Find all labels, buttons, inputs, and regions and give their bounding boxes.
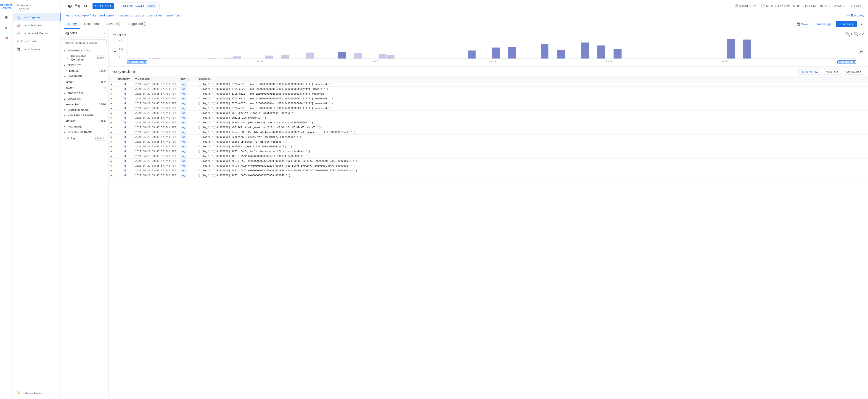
histogram-nav-left[interactable]: ◀ bbox=[113, 49, 118, 54]
row-expand[interactable]: ▶ bbox=[111, 102, 116, 105]
row-expand[interactable]: ▶ bbox=[111, 97, 116, 100]
row-expand[interactable]: ▶ bbox=[111, 150, 116, 153]
top-header: Logs Explorer OPTIONS ▾ ◎ REFINE SCOPE P… bbox=[61, 0, 868, 12]
table-row[interactable]: ▶ 2021-06-29 08:45:57.741 PDT log { "log… bbox=[109, 134, 868, 140]
row-expand[interactable]: ▶ bbox=[111, 145, 116, 148]
page-layout-button[interactable]: ⊞ PAGE LAYOUT bbox=[818, 3, 846, 9]
query-text[interactable]: resource.type="k8s_container" resource.l… bbox=[64, 14, 847, 17]
section-log-name[interactable]: ▲ LOG NAME bbox=[61, 73, 108, 79]
section-pod-name[interactable]: ▼ POD NAME bbox=[61, 124, 108, 129]
row-expand[interactable]: ▶ bbox=[111, 88, 116, 90]
table-row[interactable]: ▶ 2021-06-29 08:45:57.743 PDT log { "log… bbox=[109, 168, 868, 173]
sidebar-item-logs-explorer[interactable]: 🔍 Logs Explorer bbox=[13, 13, 61, 21]
table-row[interactable]: ▶ 2021-06-29 08:45:57.742 PDT log { "log… bbox=[109, 140, 868, 144]
options-button[interactable]: OPTIONS ▾ bbox=[93, 3, 114, 9]
section-cluster-name[interactable]: ▼ CLUSTER NAME bbox=[61, 107, 108, 113]
configure-button[interactable]: Configure ▾ bbox=[843, 68, 864, 75]
sidebar-menu-icon[interactable]: ☰ bbox=[2, 13, 11, 22]
row-expand[interactable]: ▶ bbox=[111, 83, 116, 86]
table-row[interactable]: ▶ 2021-06-29 08:45:57.741 PDT log { "log… bbox=[109, 120, 868, 125]
close-log-fields-button[interactable]: ✕ bbox=[103, 32, 106, 35]
row-expand[interactable]: ▶ bbox=[111, 169, 116, 172]
refine-scope-button[interactable]: ◎ REFINE SCOPE Project bbox=[117, 2, 160, 9]
row-severity bbox=[117, 150, 133, 152]
severity-default[interactable]: ● Default 1,826 bbox=[61, 68, 108, 73]
row-expand[interactable]: ▶ bbox=[111, 107, 116, 110]
section-project-id[interactable]: ▼ PROJECT ID bbox=[61, 91, 108, 96]
tab-query[interactable]: Query bbox=[64, 19, 81, 29]
table-row[interactable]: ▶ 2021-06-29 08:45:57.739 PDT log { "log… bbox=[109, 91, 868, 96]
section-resource-type[interactable]: ▲ RESOURCE TYPE bbox=[61, 48, 108, 53]
row-expand[interactable]: ▶ bbox=[111, 112, 116, 114]
row-expand[interactable]: ▶ bbox=[111, 121, 116, 124]
actions-button[interactable]: Actions ▾ bbox=[823, 68, 841, 75]
zoom-in-button[interactable]: 🔍+ bbox=[845, 32, 853, 37]
col-pdt[interactable]: PDT ▼ bbox=[181, 78, 196, 81]
date-range-display[interactable]: 🕐 6/24/21, 12:41 PM - 6/30/21, 1:41 PM bbox=[761, 4, 816, 7]
table-row[interactable]: ▶ 2021-06-29 08:45:57.741 PDT log { "log… bbox=[109, 125, 868, 130]
expand-results-button[interactable]: ⊞ bbox=[133, 70, 136, 73]
tab-saved[interactable]: Saved (0) bbox=[102, 19, 124, 29]
tab-suggested[interactable]: Suggested (0) bbox=[124, 19, 151, 29]
sidebar-item-logs-dashboard[interactable]: 📊 Logs Dashboard bbox=[13, 21, 61, 29]
table-row[interactable]: ▶ 2021-06-29 08:45:57.743 PDT log { "log… bbox=[109, 159, 868, 163]
table-row[interactable]: ▶ 2021-06-29 08:45:57.740 PDT log { "log… bbox=[109, 96, 868, 101]
jump-to-now-button[interactable]: Jump to now bbox=[798, 68, 821, 75]
sidebar-item-logs-metrics[interactable]: 📈 Logs-based Metrics bbox=[13, 29, 61, 37]
table-row[interactable]: ▶ 2021-06-29 08:45:57.742 PDT log { "log… bbox=[109, 154, 868, 159]
histogram-bar bbox=[614, 49, 621, 59]
row-expand[interactable]: ▶ bbox=[111, 164, 116, 167]
log-name-stderr[interactable]: stderr 4 bbox=[61, 85, 108, 91]
sidebar-chart-icon[interactable]: 📊 bbox=[2, 33, 11, 42]
resource-type-kubernetes[interactable]: ✓ Kubernetes Container true ✕ bbox=[61, 53, 108, 62]
table-row[interactable]: ▶ 2021-06-29 08:45:57.743 PDT log { "log… bbox=[109, 173, 868, 178]
sidebar-item-release-notes[interactable]: 📝 Release Notes bbox=[13, 389, 61, 397]
table-row[interactable]: ▶ 2021-06-29 08:45:57.741 PDT log { "log… bbox=[109, 130, 868, 134]
share-link-button[interactable]: 🔗 SHARE LINK bbox=[733, 3, 758, 9]
zoom-out-button[interactable]: 🔍- bbox=[854, 32, 860, 37]
sidebar-item-logs-router[interactable]: ↗ Logs Router bbox=[13, 37, 61, 45]
row-expand[interactable]: ▶ bbox=[111, 155, 116, 157]
tab-recent[interactable]: Recent (6) bbox=[81, 19, 102, 29]
more-options-button[interactable]: ▾ bbox=[859, 21, 864, 27]
section-severity[interactable]: ▲ SEVERITY bbox=[61, 62, 108, 68]
clear-resource-type-button[interactable]: true ✕ bbox=[96, 56, 106, 60]
row-expand[interactable]: ▶ bbox=[111, 136, 116, 138]
stream-logs-button[interactable]: Stream logs bbox=[813, 21, 834, 27]
row-expand[interactable]: ▶ bbox=[111, 131, 116, 133]
run-query-button[interactable]: Run query bbox=[836, 21, 857, 27]
row-expand[interactable]: ▶ bbox=[111, 160, 116, 162]
edit-query-button[interactable]: ✏ Edit query bbox=[847, 14, 864, 17]
close-histogram-button[interactable]: ✕ bbox=[861, 32, 864, 37]
row-expand[interactable]: ▶ bbox=[111, 93, 116, 95]
table-row[interactable]: ▶ 2021-06-29 08:45:57.740 PDT log { "log… bbox=[109, 101, 868, 106]
table-row[interactable]: ▶ 2021-06-29 08:45:57.743 PDT log { "log… bbox=[109, 163, 868, 168]
histogram-nav-right[interactable]: ▶ bbox=[859, 49, 864, 54]
table-row[interactable]: ▶ 2021-06-29 08:45:57.740 PDT log { "log… bbox=[109, 115, 868, 120]
row-expand[interactable]: ▶ bbox=[111, 174, 116, 177]
namespace-default[interactable]: default 1,826 bbox=[61, 118, 108, 124]
table-row[interactable]: ▶ 2021-06-29 08:45:57.742 PDT log { "log… bbox=[109, 149, 868, 154]
histogram-bar bbox=[597, 45, 605, 59]
date-jun26: Jun 26 bbox=[256, 60, 264, 64]
search-fields-input[interactable] bbox=[63, 39, 107, 46]
save-button[interactable]: 💾 Save bbox=[794, 21, 811, 27]
section-namespace-name[interactable]: ▲ NAMESPACE NAME bbox=[61, 113, 108, 118]
table-row[interactable]: ▶ 2021-06-29 08:45:57.740 PDT log { "log… bbox=[109, 106, 868, 111]
table-row[interactable]: ▶ 2021-06-29 08:45:57.740 PDT log { "log… bbox=[109, 111, 868, 115]
log-name-stdout[interactable]: stdout 1,822 bbox=[61, 79, 108, 85]
clear-container-name-button[interactable]: Clear ✕ bbox=[94, 136, 106, 141]
learn-button[interactable]: ℹ LEARN bbox=[849, 3, 864, 9]
row-expand[interactable]: ▶ bbox=[111, 126, 116, 129]
row-expand[interactable]: ▶ bbox=[111, 117, 116, 119]
sidebar-grid-icon[interactable]: ⊞ bbox=[2, 23, 11, 32]
container-name-log[interactable]: ✓ log Clear ✕ bbox=[61, 135, 108, 142]
table-row[interactable]: ▶ 2021-06-29 08:45:57.742 PDT log { "log… bbox=[109, 144, 868, 149]
location-us-central1[interactable]: us-central1 1,826 bbox=[61, 101, 108, 107]
table-row[interactable]: ▶ 2021-06-29 08:45:57.739 PDT log { "log… bbox=[109, 87, 868, 91]
row-expand[interactable]: ▶ bbox=[111, 141, 116, 143]
section-container-name[interactable]: ▲ CONTAINER NAME bbox=[61, 129, 108, 135]
table-row[interactable]: ▶ 2021-06-29 08:45:57.739 PDT log { "log… bbox=[109, 82, 868, 87]
section-location[interactable]: ▲ LOCATION bbox=[61, 96, 108, 101]
sidebar-item-logs-storage[interactable]: 💾 Logs Storage bbox=[13, 45, 61, 53]
